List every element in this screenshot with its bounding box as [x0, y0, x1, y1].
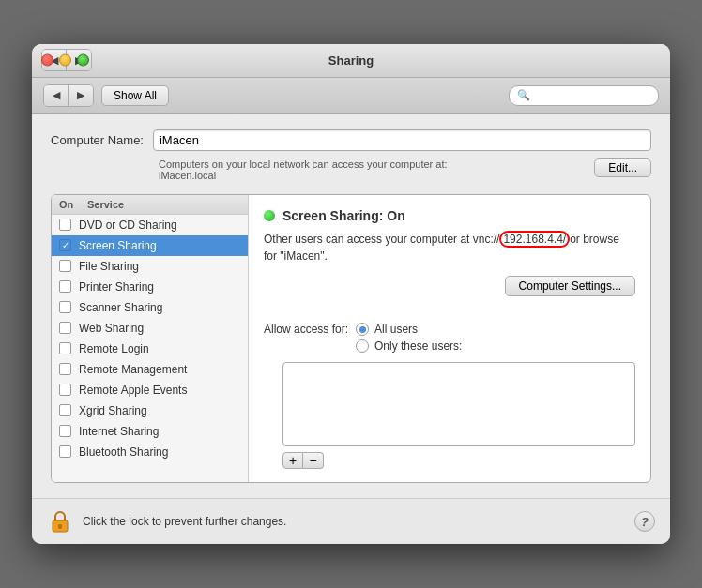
header-on: On: [59, 199, 87, 210]
service-item[interactable]: Remote Apple Events: [52, 380, 248, 400]
service-name: Scanner Sharing: [79, 301, 162, 314]
service-name: Remote Apple Events: [79, 384, 187, 397]
service-name: DVD or CD Sharing: [79, 219, 177, 232]
minimize-button[interactable]: [59, 54, 71, 67]
radio-all-users-label: All users: [374, 323, 418, 336]
edit-button[interactable]: Edit...: [594, 158, 651, 177]
close-button[interactable]: [41, 54, 53, 67]
allow-access-section: Allow access for: All users Only these u…: [264, 323, 635, 470]
service-item[interactable]: Internet Sharing: [52, 421, 248, 442]
computer-name-row: Computer Name:: [51, 129, 651, 151]
maximize-button[interactable]: [77, 54, 89, 67]
network-info: Computers on your local network can acce…: [159, 158, 651, 181]
service-checkbox[interactable]: [59, 384, 71, 396]
description-before: Other users can access your computer at …: [264, 233, 499, 246]
status-row: Screen Sharing: On: [264, 208, 635, 223]
main-content: Computer Name: Computers on your local n…: [32, 114, 670, 499]
service-checkbox[interactable]: [59, 301, 71, 313]
service-name: Printer Sharing: [79, 280, 154, 294]
users-box: [282, 362, 635, 446]
service-name: Internet Sharing: [79, 425, 159, 438]
network-info-line2: iMacen.local: [159, 170, 448, 181]
help-button[interactable]: ?: [634, 511, 655, 532]
service-checkbox[interactable]: [59, 342, 71, 354]
service-name: Web Sharing: [79, 322, 144, 335]
bottom-bar: Click the lock to prevent further change…: [32, 498, 670, 544]
service-name: File Sharing: [79, 260, 139, 273]
service-checkbox[interactable]: [59, 363, 71, 375]
service-name: Remote Management: [79, 363, 187, 376]
radio-all-users[interactable]: All users: [356, 323, 462, 336]
network-info-line1: Computers on your local network can acce…: [159, 158, 448, 170]
service-name: Screen Sharing: [79, 239, 157, 252]
detail-panel: Screen Sharing: On Other users can acces…: [249, 195, 650, 483]
status-text: Screen Sharing: On: [282, 208, 405, 223]
main-panel: On Service DVD or CD Sharing✓Screen Shar…: [51, 194, 651, 484]
service-item[interactable]: ✓Screen Sharing: [52, 235, 248, 256]
service-item[interactable]: Web Sharing: [52, 318, 248, 339]
service-item[interactable]: Xgrid Sharing: [52, 400, 248, 421]
toolbar: ◀ ▶ Show All 🔍: [32, 78, 670, 114]
service-name: Xgrid Sharing: [79, 404, 147, 417]
service-list: On Service DVD or CD Sharing✓Screen Shar…: [52, 195, 249, 483]
service-item[interactable]: DVD or CD Sharing: [52, 215, 248, 235]
service-name: Bluetooth Sharing: [79, 445, 168, 459]
service-checkbox[interactable]: [59, 404, 71, 416]
toolbar-nav: ◀ ▶: [43, 84, 94, 107]
service-checkbox[interactable]: ✓: [59, 239, 71, 251]
window-title: Sharing: [328, 53, 374, 68]
service-checkbox[interactable]: [59, 322, 71, 334]
lock-icon[interactable]: [47, 508, 73, 535]
search-box[interactable]: 🔍: [509, 85, 659, 106]
service-checkbox[interactable]: [59, 425, 71, 437]
service-item[interactable]: Remote Login: [52, 339, 248, 359]
radio-only-these[interactable]: Only these users:: [356, 339, 462, 353]
computer-name-input[interactable]: [153, 129, 651, 151]
show-all-button[interactable]: Show All: [101, 85, 169, 106]
ip-address: 192.168.4.4/: [499, 231, 570, 248]
svg-rect-1: [58, 524, 62, 529]
service-item[interactable]: File Sharing: [52, 256, 248, 277]
service-items-container: DVD or CD Sharing✓Screen SharingFile Sha…: [52, 215, 248, 462]
radio-all-users-btn[interactable]: [356, 323, 369, 336]
service-name: Remote Login: [79, 342, 149, 355]
computer-name-label: Computer Name:: [51, 133, 144, 147]
remove-user-button[interactable]: −: [303, 452, 324, 469]
service-checkbox[interactable]: [59, 280, 71, 293]
radio-group: All users Only these users:: [356, 323, 462, 353]
toolbar-back-button[interactable]: ◀: [44, 85, 69, 106]
service-list-header: On Service: [52, 195, 248, 215]
computer-settings-button[interactable]: Computer Settings...: [505, 276, 635, 296]
radio-only-these-label: Only these users:: [374, 339, 462, 353]
main-window: ◀ ▶ Sharing ◀ ▶ Show All 🔍 Computer Name…: [32, 44, 670, 545]
service-item[interactable]: Printer Sharing: [52, 277, 248, 297]
service-item[interactable]: Scanner Sharing: [52, 297, 248, 318]
header-service: Service: [87, 199, 124, 210]
allow-access-row: Allow access for: All users Only these u…: [264, 323, 635, 363]
detail-description: Other users can access your computer at …: [264, 231, 635, 264]
service-item[interactable]: Bluetooth Sharing: [52, 442, 248, 462]
service-checkbox[interactable]: [59, 260, 71, 272]
service-checkbox[interactable]: [59, 219, 71, 231]
service-item[interactable]: Remote Management: [52, 359, 248, 380]
radio-only-these-btn[interactable]: [356, 339, 369, 353]
add-user-button[interactable]: +: [282, 452, 303, 469]
title-bar: ◀ ▶ Sharing: [32, 44, 670, 78]
toolbar-forward-button[interactable]: ▶: [69, 85, 93, 106]
traffic-lights: [41, 54, 89, 67]
users-controls: + −: [282, 452, 635, 469]
service-checkbox[interactable]: [59, 445, 71, 458]
status-dot: [264, 210, 275, 221]
allow-access-label: Allow access for:: [264, 323, 348, 336]
search-icon: 🔍: [517, 89, 530, 101]
lock-text: Click the lock to prevent further change…: [83, 515, 286, 528]
